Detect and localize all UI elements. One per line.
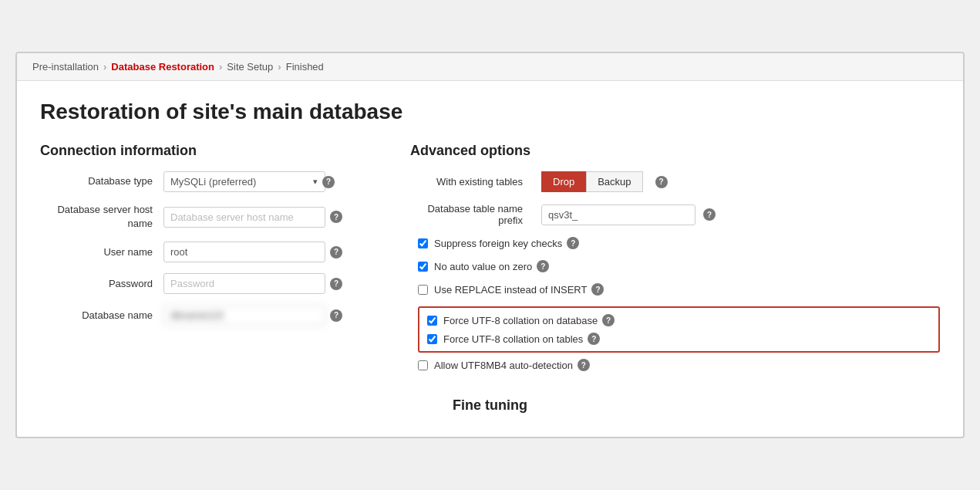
fine-tuning-title: Fine tuning [40, 390, 940, 414]
username-input[interactable] [163, 242, 325, 262]
db-host-input[interactable] [163, 207, 325, 228]
dbname-row: Database name ? [40, 305, 364, 326]
db-host-control-wrap: ? [163, 207, 342, 228]
breadcrumb: Pre-installation › Database Restoration … [17, 53, 963, 81]
use-replace-help-icon[interactable]: ? [591, 283, 604, 296]
drop-backup-toggle: Drop Backup [541, 171, 643, 192]
db-host-row: Database server hostname ? [40, 203, 364, 231]
force-utf8-db-help-icon[interactable]: ? [602, 314, 615, 326]
no-auto-val-row: No auto value on zero ? [410, 260, 940, 272]
existing-tables-label: With existing tables [410, 176, 534, 188]
username-label: User name [40, 245, 163, 259]
suppress-fk-label: Suppress foreign key checks [434, 238, 562, 249]
page-title: Restoration of site's main database [40, 100, 940, 124]
dbname-control-wrap: ? [163, 305, 342, 326]
suppress-fk-row: Suppress foreign key checks ? [410, 237, 940, 249]
allow-utf8mb4-row: Allow UTF8MB4 auto-detection ? [410, 359, 940, 371]
drop-button[interactable]: Drop [541, 171, 586, 192]
connection-section: Connection information Database type MyS… [40, 143, 364, 382]
use-replace-label: Use REPLACE instead of INSERT [434, 284, 587, 296]
force-utf8-db-checkbox[interactable] [427, 316, 437, 326]
table-prefix-row: Database table nameprefix ? [410, 203, 940, 226]
dbname-help-icon[interactable]: ? [330, 309, 342, 322]
table-prefix-label: Database table nameprefix [410, 203, 534, 226]
password-help-icon[interactable]: ? [330, 278, 342, 290]
breadcrumb-database-restoration[interactable]: Database Restoration [111, 61, 214, 73]
allow-utf8mb4-checkbox[interactable] [418, 360, 428, 370]
db-host-help-icon[interactable]: ? [330, 211, 342, 223]
force-utf8-tables-help-icon[interactable]: ? [588, 333, 600, 345]
table-prefix-help-icon[interactable]: ? [703, 208, 716, 221]
existing-tables-row: With existing tables Drop Backup ? [410, 171, 940, 192]
connection-section-title: Connection information [40, 143, 364, 159]
db-type-select[interactable]: MySQLi (preferred) MySQL PostgreSQL [163, 171, 325, 192]
breadcrumb-sep-3: › [278, 61, 281, 73]
password-row: Password ? [40, 273, 364, 294]
use-replace-row: Use REPLACE instead of INSERT ? [410, 283, 940, 296]
no-auto-val-label: No auto value on zero [434, 261, 532, 272]
advanced-section-title: Advanced options [410, 143, 940, 159]
two-column-layout: Connection information Database type MyS… [40, 143, 940, 382]
suppress-fk-help-icon[interactable]: ? [567, 237, 579, 249]
db-type-control-wrap: MySQLi (preferred) MySQL PostgreSQL ▾ ? [163, 171, 335, 192]
db-host-label: Database server hostname [40, 203, 163, 231]
breadcrumb-sep-2: › [219, 61, 222, 73]
breadcrumb-finished[interactable]: Finished [286, 61, 324, 73]
db-type-help-icon[interactable]: ? [322, 176, 335, 188]
dbname-label: Database name [40, 309, 163, 323]
db-type-row: Database type MySQLi (preferred) MySQL P… [40, 171, 364, 192]
password-input[interactable] [163, 273, 325, 294]
allow-utf8mb4-label: Allow UTF8MB4 auto-detection [434, 360, 573, 371]
force-utf8-tables-label: Force UTF-8 collation on tables [443, 333, 583, 345]
username-help-icon[interactable]: ? [330, 246, 342, 259]
force-utf8-tables-row: Force UTF-8 collation on tables ? [427, 333, 931, 345]
force-utf8-db-label: Force UTF-8 collation on database [443, 315, 598, 326]
no-auto-val-help-icon[interactable]: ? [537, 260, 549, 272]
password-control-wrap: ? [163, 273, 342, 294]
table-prefix-input[interactable] [541, 204, 695, 225]
db-type-label: Database type [40, 174, 163, 188]
existing-tables-help-icon[interactable]: ? [655, 176, 668, 188]
force-utf8-tables-checkbox[interactable] [427, 334, 437, 344]
advanced-section: Advanced options With existing tables Dr… [410, 143, 940, 382]
username-row: User name ? [40, 242, 364, 262]
breadcrumb-preinstallation[interactable]: Pre-installation [32, 61, 99, 73]
main-container: Pre-installation › Database Restoration … [15, 52, 965, 438]
password-label: Password [40, 277, 163, 291]
utf8-highlight-box: Force UTF-8 collation on database ? Forc… [418, 306, 940, 353]
backup-button[interactable]: Backup [586, 171, 642, 192]
dbname-input[interactable] [163, 305, 325, 326]
use-replace-checkbox[interactable] [418, 285, 428, 295]
breadcrumb-site-setup[interactable]: Site Setup [227, 61, 273, 73]
username-control-wrap: ? [163, 242, 342, 262]
no-auto-val-checkbox[interactable] [418, 262, 428, 272]
breadcrumb-sep-1: › [103, 61, 106, 73]
allow-utf8mb4-help-icon[interactable]: ? [578, 359, 590, 371]
suppress-fk-checkbox[interactable] [418, 238, 428, 248]
force-utf8-db-row: Force UTF-8 collation on database ? [427, 314, 931, 326]
main-content: Restoration of site's main database Conn… [17, 81, 963, 437]
